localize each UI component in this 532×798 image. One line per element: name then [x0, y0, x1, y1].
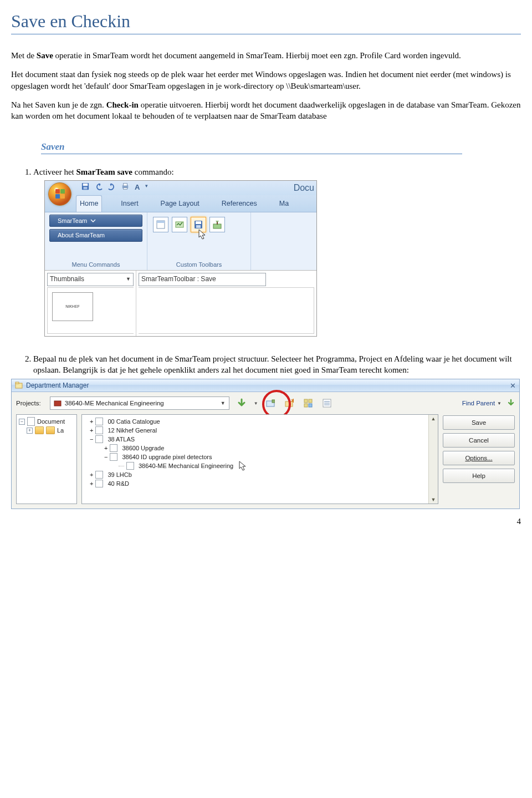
dm-help-button[interactable]: Help: [443, 469, 515, 483]
tree-item-7[interactable]: 40 R&D: [108, 480, 129, 487]
dm-title-text: Department Manager: [26, 382, 89, 389]
qat-print-icon[interactable]: [121, 182, 129, 192]
expand-icon[interactable]: +: [90, 480, 93, 487]
tab-last[interactable]: Ma: [276, 196, 292, 212]
dm-options-label: Options...: [465, 455, 492, 461]
expand-icon[interactable]: +: [27, 428, 33, 434]
checkbox-icon[interactable]: [95, 426, 103, 434]
left-tree-la[interactable]: La: [57, 427, 64, 434]
folder-icon: [46, 426, 55, 434]
svg-rect-16: [54, 401, 61, 406]
qat-save-icon[interactable]: [81, 182, 89, 192]
checkbox-icon[interactable]: [126, 462, 134, 470]
s1a: Activeer het: [33, 167, 76, 176]
scrollbar[interactable]: ▲ ▼: [428, 415, 438, 504]
program-icon: [15, 382, 23, 389]
tab-insert[interactable]: Insert: [117, 196, 141, 212]
collapse-icon[interactable]: −: [19, 419, 25, 425]
tree-item-4[interactable]: 38640 ID upgrade pixel detectors: [122, 454, 212, 460]
svg-rect-12: [213, 224, 221, 228]
tab-references[interactable]: References: [218, 196, 260, 212]
qat-undo-icon[interactable]: [95, 182, 103, 192]
expand-icon[interactable]: +: [90, 471, 93, 478]
step-1: Activeer het SmarTeam save commando: A ▾…: [33, 166, 521, 336]
toolbar-btn-4[interactable]: [301, 397, 315, 410]
svg-rect-23: [304, 404, 308, 407]
scroll-up-icon[interactable]: ▲: [431, 416, 436, 421]
page-thumbnail[interactable]: NIKHEF: [52, 292, 93, 321]
word-doc-title: Docu: [294, 182, 314, 194]
collapse-icon[interactable]: −: [104, 454, 108, 460]
thumbnails-combo[interactable]: Thumbnails ▼: [47, 273, 134, 286]
scroll-down-icon[interactable]: ▼: [431, 497, 436, 502]
dm-cancel-button[interactable]: Cancel: [443, 433, 515, 448]
go-dropdown-icon[interactable]: ▼: [254, 401, 258, 406]
toolbar-btn-5[interactable]: [320, 397, 334, 410]
checkbox-icon[interactable]: [110, 453, 117, 461]
cursor-icon: [198, 229, 207, 240]
group-menu-commands: SmarTeam About SmarTeam Menu Commands: [45, 212, 147, 270]
chevron-down-icon: ▼: [126, 276, 131, 282]
about-smarteam-button[interactable]: About SmarTeam: [49, 229, 142, 242]
folder-icon: [35, 426, 44, 434]
svg-text:✱: ✱: [291, 399, 294, 404]
dm-options-button[interactable]: Options...: [443, 451, 515, 465]
tree-item-0[interactable]: 00 Catia Catalogue: [108, 418, 160, 425]
qat-more-icon[interactable]: ▾: [145, 182, 148, 192]
cursor-icon: [239, 461, 248, 471]
step-2: Bepaal nu de plek van het document in de…: [33, 353, 521, 376]
tab-home[interactable]: Home: [76, 195, 102, 212]
p1c: operatie in SmarTeam wordt het document …: [53, 51, 461, 60]
tree-item-6[interactable]: 39 LHCb: [108, 471, 131, 478]
toolbar-icon-4[interactable]: [209, 217, 225, 232]
left-tree[interactable]: −Document +La: [16, 414, 77, 504]
find-parent-go-button[interactable]: [507, 399, 515, 408]
checkbox-icon[interactable]: [110, 444, 117, 452]
ribbon-tabs: Home Insert Page Layout References Ma: [45, 195, 316, 212]
projects-combo[interactable]: 38640-ME Mechanical Engineering ▼: [50, 397, 229, 410]
new-folder-button[interactable]: ✱: [283, 397, 296, 410]
tooltip-box: SmarTeamToolbar : Save: [139, 273, 266, 286]
project-tree[interactable]: +00 Catia Catalogue +12 Nikhef General −…: [81, 414, 438, 504]
tree-item-3[interactable]: 38600 Upgrade: [122, 445, 164, 451]
left-tree-documents[interactable]: Document: [37, 418, 65, 425]
tree-item-2[interactable]: 38 ATLAS: [108, 436, 135, 443]
tree-item-1[interactable]: 12 Nikhef General: [108, 427, 157, 434]
subheading-rule: [41, 154, 462, 154]
expand-icon[interactable]: +: [90, 427, 93, 434]
tree-item-selected[interactable]: 38640-ME Mechanical Engineering: [139, 462, 233, 469]
find-parent-link[interactable]: Find Parent ▼: [462, 400, 502, 406]
go-button[interactable]: [235, 397, 248, 410]
thumbnails-label: Thumbnails: [50, 275, 84, 283]
department-manager-screenshot: Department Manager ✕ Projects: 38640-ME …: [11, 379, 520, 509]
dm-save-button[interactable]: Save: [443, 415, 515, 430]
close-icon[interactable]: ✕: [510, 382, 516, 390]
thumb-caption: NIKHEF: [65, 304, 80, 309]
dm-help-label: Help: [472, 472, 485, 479]
toolbar-icon-1[interactable]: [153, 217, 168, 232]
smarteam-menu-label: SmarTeam: [58, 217, 87, 225]
p1a: Met de: [11, 51, 37, 60]
toolbar-btn-2[interactable]: [264, 397, 277, 410]
about-smarteam-label: About SmarTeam: [58, 231, 105, 240]
group-menu-label: Menu Commands: [49, 258, 142, 269]
expand-icon[interactable]: +: [90, 418, 93, 425]
qat-redo-icon[interactable]: [108, 182, 116, 192]
toolbar-icon-2[interactable]: [172, 217, 187, 232]
svg-rect-24: [309, 404, 312, 407]
tab-pagelayout[interactable]: Page Layout: [157, 196, 203, 212]
svg-rect-15: [16, 382, 19, 384]
checkbox-icon[interactable]: [95, 480, 103, 487]
checkbox-icon[interactable]: [95, 471, 103, 479]
collapse-icon[interactable]: −: [90, 436, 93, 443]
svg-rect-21: [304, 399, 308, 403]
qat-font-icon[interactable]: A: [135, 182, 140, 192]
document-icon: [27, 417, 35, 426]
checkbox-icon[interactable]: [95, 418, 103, 425]
smarteam-menu-button[interactable]: SmarTeam: [49, 215, 142, 227]
expand-icon[interactable]: +: [104, 445, 108, 451]
checkbox-icon[interactable]: [95, 435, 103, 443]
office-button[interactable]: [48, 182, 71, 206]
p3b: Check-in: [106, 100, 139, 109]
projects-label: Projects:: [16, 400, 41, 406]
